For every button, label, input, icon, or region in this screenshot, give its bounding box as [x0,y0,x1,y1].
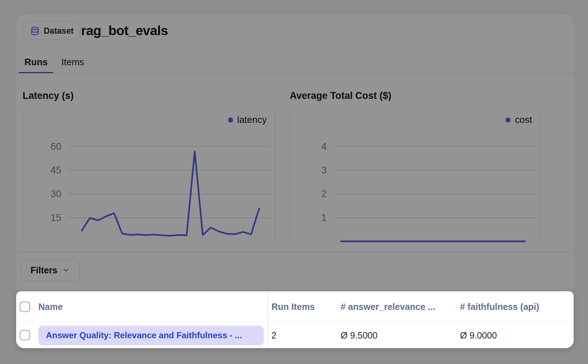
table-row[interactable]: Answer Quality: Relevance and Faithfulne… [16,323,574,348]
y-axis-tick: 30 [23,188,61,200]
table-top-divider [16,290,574,291]
faithfulness-cell: Ø 9.0000 [460,323,497,348]
run-name-link[interactable]: Answer Quality: Relevance and Faithfulne… [38,326,264,345]
tab-runs[interactable]: Runs [19,51,53,73]
y-axis-tick: 60 [23,140,61,153]
page-title: rag_bot_evals [81,21,168,40]
answer-relevance-cell: Ø 9.5000 [341,323,378,348]
y-axis-tick: 15 [23,212,61,224]
filters-button[interactable]: Filters [21,259,80,281]
latency-legend: latency [228,114,267,125]
tab-bar: Runs Items [19,51,90,73]
y-axis-tick: 45 [23,164,61,176]
page-background: Dataset rag_bot_evals Runs Items Latency… [0,0,588,364]
legend-label: latency [237,114,267,125]
section-divider [16,252,574,253]
tabs-divider [16,73,574,74]
run-items-cell: 2 [271,323,276,348]
database-icon [30,26,40,36]
chart-title-cost: Average Total Cost ($) [290,90,540,102]
latency-chart-card: latency 15304560 [23,107,275,243]
column-header-name[interactable]: Name [38,291,63,322]
tab-items[interactable]: Items [56,51,90,73]
cost-chart-group: Average Total Cost ($) cost 1234 [290,90,540,243]
filters-label: Filters [30,265,57,276]
badge-label: Dataset [44,26,74,36]
cost-legend: cost [506,114,532,125]
y-axis-tick: 4 [290,140,327,153]
column-header-faithfulness[interactable]: # faithfulness (api) [460,291,539,322]
select-all-checkbox[interactable] [20,302,30,312]
column-header-answer-relevance[interactable]: # answer_relevance ... [341,291,435,322]
legend-label: cost [515,114,532,125]
dataset-badge: Dataset [23,21,80,40]
column-header-run-items[interactable]: Run Items [271,291,315,322]
table-header-row: Name Run Items # answer_relevance ... # … [16,291,574,322]
runs-table-panel: Name Run Items # answer_relevance ... # … [16,291,574,348]
cost-chart-svg [290,108,540,243]
latency-chart-group: Latency (s) latency 15304560 [23,90,275,243]
charts-section: Latency (s) latency 15304560 Average Tot… [23,90,567,244]
cost-chart-card: cost 1234 [290,107,540,243]
chart-title-latency: Latency (s) [23,90,275,102]
row-checkbox[interactable] [20,330,30,340]
y-axis-tick: 3 [290,164,327,176]
y-axis-tick: 1 [290,212,327,224]
chevron-down-icon [62,266,70,274]
main-card: Dataset rag_bot_evals Runs Items Latency… [16,14,574,348]
y-axis-tick: 2 [290,188,327,200]
legend-dot-icon [228,118,233,123]
legend-dot-icon [506,118,511,123]
